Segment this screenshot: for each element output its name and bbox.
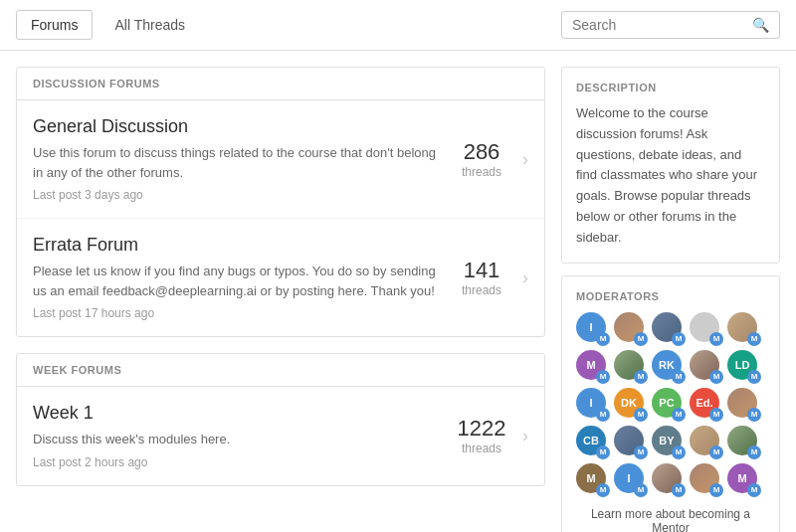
moderator-badge: M	[672, 408, 686, 422]
moderator-avatar[interactable]: M	[727, 426, 761, 459]
forum-errata-stats: 141 threads	[457, 258, 506, 297]
moderator-avatar[interactable]: CBM	[576, 426, 610, 459]
moderator-avatar[interactable]: MM	[727, 463, 761, 497]
moderator-avatar[interactable]: MM	[576, 350, 610, 384]
forum-general-desc: Use this forum to discuss things related…	[33, 143, 441, 182]
forum-week1-last-post: Last post 2 hours ago	[33, 455, 441, 469]
forum-item-general[interactable]: General Discussion Use this forum to dis…	[17, 100, 544, 219]
moderator-avatar[interactable]: M	[727, 312, 761, 346]
moderator-badge: M	[596, 370, 610, 384]
moderator-avatar[interactable]: DKM	[614, 388, 648, 422]
moderator-badge: M	[709, 408, 723, 422]
forum-week1-content: Week 1 Discuss this week's modules here.…	[33, 403, 441, 469]
moderator-badge: M	[709, 332, 723, 346]
forum-errata-desc: Please let us know if you find any bugs …	[33, 262, 441, 300]
search-icon: 🔍	[752, 17, 769, 33]
mentor-link[interactable]: Learn more about becoming a Mentor	[576, 507, 765, 532]
moderator-badge: M	[747, 332, 761, 346]
moderator-avatar[interactable]: RKM	[652, 350, 686, 384]
moderator-badge: M	[672, 370, 686, 384]
search-input[interactable]	[572, 17, 752, 33]
moderator-badge: M	[596, 445, 610, 459]
week-forums-label: Week Forums	[17, 354, 544, 387]
forum-general-title: General Discussion	[33, 116, 441, 137]
tab-forums[interactable]: Forums	[16, 10, 93, 40]
moderator-badge: M	[747, 483, 761, 497]
moderator-badge: M	[596, 332, 610, 346]
description-text: Welcome to the course discussion forums!…	[576, 103, 765, 249]
week-forums-section: Week Forums Week 1 Discuss this week's m…	[16, 353, 545, 486]
forum-errata-arrow: ›	[522, 267, 528, 288]
right-column: Description Welcome to the course discus…	[561, 67, 780, 532]
moderator-badge: M	[596, 408, 610, 422]
moderator-avatar[interactable]: M	[690, 312, 723, 346]
moderator-badge: M	[672, 483, 686, 497]
forum-week1-title: Week 1	[33, 403, 441, 424]
moderator-badge: M	[634, 483, 648, 497]
forum-general-content: General Discussion Use this forum to dis…	[33, 116, 441, 202]
header: Forums All Threads 🔍	[0, 0, 796, 51]
moderator-badge: M	[709, 445, 723, 459]
forum-week1-label: threads	[462, 442, 501, 455]
moderator-avatar[interactable]: M	[690, 426, 723, 459]
forum-errata-title: Errata Forum	[33, 235, 441, 256]
forum-general-last-post: Last post 3 days ago	[33, 188, 441, 202]
moderator-badge: M	[596, 483, 610, 497]
forum-errata-label: threads	[462, 283, 501, 297]
moderator-avatar[interactable]: LDM	[727, 350, 761, 384]
moderator-badge: M	[672, 445, 686, 459]
forum-general-arrow: ›	[522, 149, 528, 170]
description-title: Description	[576, 82, 765, 93]
moderator-badge: M	[709, 370, 723, 384]
left-column: Discussion Forums General Discussion Use…	[16, 67, 545, 486]
moderator-avatar[interactable]: IM	[614, 463, 648, 497]
forum-errata-last-post: Last post 17 hours ago	[33, 306, 441, 320]
moderator-avatar[interactable]: BYM	[652, 426, 686, 459]
forum-week1-arrow: ›	[522, 426, 528, 446]
page-container: Forums All Threads 🔍 Discussion Forums G…	[0, 0, 796, 532]
moderator-avatar[interactable]: MM	[576, 463, 610, 497]
description-panel: Description Welcome to the course discus…	[561, 67, 780, 264]
moderator-badge: M	[634, 370, 648, 384]
forum-general-stats: 286 threads	[457, 139, 506, 179]
moderator-badge: M	[672, 332, 686, 346]
forum-week1-desc: Discuss this week's modules here.	[33, 430, 441, 449]
forum-item-week1[interactable]: Week 1 Discuss this week's modules here.…	[17, 387, 544, 485]
moderator-avatar[interactable]: M	[614, 426, 648, 459]
moderator-badge: M	[634, 408, 648, 422]
discussion-forums-label: Discussion Forums	[17, 68, 544, 100]
forum-general-label: threads	[462, 165, 501, 179]
search-container: 🔍	[561, 11, 780, 39]
moderator-avatar[interactable]: IM	[576, 388, 610, 422]
moderator-badge: M	[747, 370, 761, 384]
moderator-badge: M	[747, 445, 761, 459]
moderator-avatar[interactable]: M	[727, 388, 761, 422]
moderator-avatar[interactable]: IM	[576, 312, 610, 346]
moderator-avatar[interactable]: PCM	[652, 388, 686, 422]
moderator-avatar[interactable]: M	[690, 350, 723, 384]
discussion-forums-section: Discussion Forums General Discussion Use…	[16, 67, 545, 337]
moderator-badge: M	[747, 408, 761, 422]
moderator-avatar[interactable]: M	[652, 463, 686, 497]
forum-item-errata[interactable]: Errata Forum Please let us know if you f…	[17, 219, 544, 336]
moderator-avatar[interactable]: M	[652, 312, 686, 346]
forum-general-count: 286	[464, 139, 500, 165]
forum-week1-count: 1222	[458, 416, 506, 442]
main-layout: Discussion Forums General Discussion Use…	[0, 51, 796, 532]
tab-all-threads[interactable]: All Threads	[104, 11, 195, 39]
forum-errata-content: Errata Forum Please let us know if you f…	[33, 235, 441, 320]
forum-week1-stats: 1222 threads	[457, 416, 506, 455]
moderators-title: Moderators	[576, 290, 765, 302]
moderator-badge: M	[709, 483, 723, 497]
moderator-avatar[interactable]: Ed.M	[690, 388, 723, 422]
moderators-panel: Moderators IMMMMMMMMRKMMLDMIMDKMPCMEd.MM…	[561, 275, 780, 532]
forum-errata-count: 141	[464, 258, 500, 283]
moderator-avatar[interactable]: M	[614, 312, 648, 346]
moderators-grid: IMMMMMMMMRKMMLDMIMDKMPCMEd.MMCBMMBYMMMMM…	[576, 312, 765, 497]
moderator-avatar[interactable]: M	[614, 350, 648, 384]
moderator-badge: M	[634, 445, 648, 459]
moderator-badge: M	[634, 332, 648, 346]
moderator-avatar[interactable]: M	[690, 463, 723, 497]
